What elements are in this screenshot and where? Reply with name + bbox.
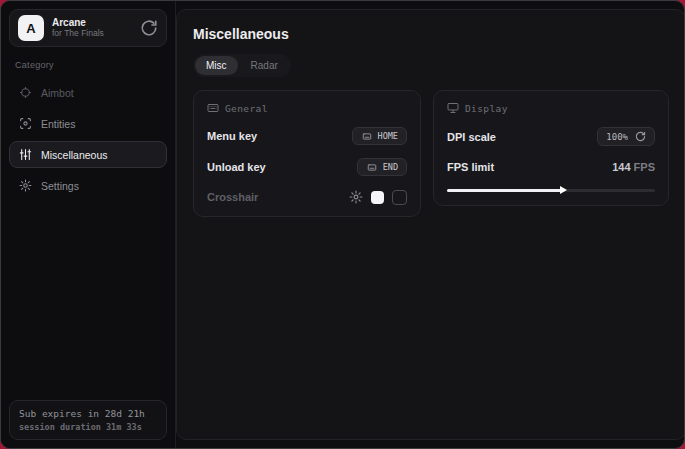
- crosshair-color-swatch[interactable]: [371, 191, 384, 204]
- crosshair-label: Crosshair: [207, 191, 258, 203]
- crosshair-checkbox[interactable]: [392, 190, 407, 205]
- unload-key-label: Unload key: [207, 161, 266, 173]
- sidebar-item-label: Entities: [41, 118, 75, 130]
- fps-limit-label: FPS limit: [447, 161, 494, 173]
- brand-text: Arcane for The Finals: [52, 17, 132, 38]
- sidebar-footer: Sub expires in 28d 21h session duration …: [9, 400, 167, 440]
- unload-key-button[interactable]: END: [357, 158, 407, 176]
- sidebar-item-miscellaneous[interactable]: Miscellaneous: [9, 141, 167, 168]
- main-wrap: Miscellaneous Misc Radar Gene: [176, 1, 685, 448]
- page-title: Miscellaneous: [193, 26, 669, 42]
- session-duration-text: session duration 31m 33s: [19, 422, 157, 432]
- sidebar-item-label: Aimbot: [41, 87, 74, 99]
- dpi-scale-label: DPI scale: [447, 131, 496, 143]
- general-card-header: General: [207, 102, 407, 114]
- fps-number: 144: [612, 161, 630, 173]
- display-card-title: Display: [465, 103, 508, 114]
- tab-bar: Misc Radar: [193, 54, 291, 77]
- gear-icon: [19, 179, 32, 192]
- general-card: General Menu key HOME: [193, 90, 421, 217]
- unload-key-value: END: [383, 162, 398, 172]
- keyboard-icon: [207, 102, 219, 114]
- general-card-title: General: [225, 103, 268, 114]
- crosshair-controls: [349, 190, 407, 205]
- sidebar-item-settings[interactable]: Settings: [9, 172, 167, 199]
- sync-icon[interactable]: [140, 19, 158, 37]
- sub-expiry-text: Sub expires in 28d 21h: [19, 408, 157, 419]
- app-logo: A: [18, 15, 44, 41]
- keyboard-icon: [366, 163, 378, 172]
- fps-limit-row: FPS limit 144 FPS: [447, 159, 655, 175]
- dpi-scale-button[interactable]: 100%: [597, 127, 655, 146]
- fps-limit-value: 144 FPS: [612, 161, 655, 173]
- keyboard-icon: [361, 132, 373, 141]
- app-window: A Arcane for The Finals Category: [0, 0, 685, 449]
- fps-unit: FPS: [634, 161, 655, 173]
- category-label: Category: [15, 60, 167, 70]
- fps-limit-slider[interactable]: [447, 186, 655, 194]
- display-card: Display DPI scale 100%: [433, 90, 669, 206]
- app-subtitle: for The Finals: [52, 29, 132, 39]
- sidebar: A Arcane for The Finals Category: [1, 1, 176, 448]
- display-card-header: Display: [447, 102, 655, 114]
- tab-radar[interactable]: Radar: [240, 56, 289, 75]
- sidebar-item-aimbot[interactable]: Aimbot: [9, 79, 167, 106]
- slider-fill: [447, 189, 563, 192]
- main-panel: Miscellaneous Misc Radar Gene: [176, 9, 685, 440]
- dpi-scale-row: DPI scale 100%: [447, 127, 655, 146]
- brand-card: A Arcane for The Finals: [9, 9, 167, 47]
- crosshair-settings-gear-icon[interactable]: [349, 190, 363, 204]
- rotate-cw-icon: [635, 131, 646, 142]
- monitor-icon: [447, 102, 459, 114]
- cards-row: General Menu key HOME: [193, 90, 669, 217]
- crosshair-row: Crosshair: [207, 189, 407, 205]
- menu-key-button[interactable]: HOME: [352, 127, 407, 145]
- subscription-card: Sub expires in 28d 21h session duration …: [9, 400, 167, 440]
- slider-thumb[interactable]: [560, 186, 567, 194]
- tab-misc[interactable]: Misc: [195, 56, 238, 75]
- menu-key-row: Menu key HOME: [207, 127, 407, 145]
- menu-key-value: HOME: [378, 131, 398, 141]
- scan-eye-icon: [19, 117, 32, 130]
- menu-key-label: Menu key: [207, 130, 257, 142]
- dpi-scale-value: 100%: [606, 132, 628, 142]
- unload-key-row: Unload key END: [207, 158, 407, 176]
- sidebar-item-label: Miscellaneous: [41, 149, 108, 161]
- sliders-icon: [19, 148, 32, 161]
- sidebar-item-entities[interactable]: Entities: [9, 110, 167, 137]
- sidebar-item-label: Settings: [41, 180, 79, 192]
- crosshair-icon: [19, 86, 32, 99]
